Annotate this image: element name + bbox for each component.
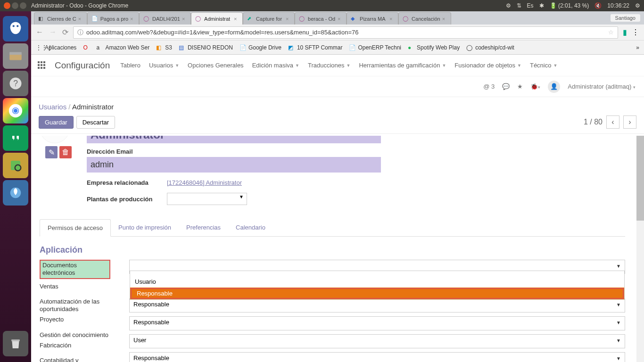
menu-gamification[interactable]: Herramientas de gamificación▼ xyxy=(359,62,446,69)
session-icon[interactable]: ⚙ xyxy=(635,2,640,9)
nav-back-icon[interactable]: ← xyxy=(36,28,43,37)
bookmark-item[interactable]: ◧S3 xyxy=(156,44,172,51)
nav-forward-icon[interactable]: → xyxy=(49,28,57,37)
menu-edicion[interactable]: Edición masiva▼ xyxy=(252,62,299,69)
chrome-profile-chip[interactable]: Santiago xyxy=(611,14,640,22)
bookmark-item[interactable]: 📄Google Drive xyxy=(239,44,281,51)
window-close-button[interactable] xyxy=(4,2,10,9)
launcher-trash-icon[interactable] xyxy=(3,331,28,356)
browser-tab[interactable]: ◆Pizarra MA× xyxy=(347,12,398,25)
messages-count[interactable]: @ 3 xyxy=(483,83,495,90)
tab-close-icon[interactable]: × xyxy=(442,16,447,22)
launcher-files-icon[interactable] xyxy=(3,43,28,69)
window-minimize-button[interactable] xyxy=(12,2,18,9)
menu-opciones[interactable]: Opciones Generales xyxy=(188,62,244,69)
menu-tablero[interactable]: Tablero xyxy=(120,62,140,69)
url-input[interactable]: ⓘ odoo.aditmaq.com/web?&debug=#id=1&view… xyxy=(73,26,618,39)
chrome-menu-icon[interactable]: ⋮ xyxy=(632,28,639,37)
launcher-hangouts-icon[interactable] xyxy=(3,125,28,151)
clock[interactable]: 10:36:22 xyxy=(607,2,629,9)
perm-select-proyecto[interactable]: Responsable xyxy=(129,316,625,330)
bookmark-item[interactable]: ◯codeship/cd-wit xyxy=(466,44,514,51)
user-avatar-icon[interactable]: 👤 xyxy=(548,81,560,93)
plant-select[interactable]: ▼ xyxy=(167,193,247,205)
dropdown-option[interactable]: Usuario xyxy=(130,276,624,288)
save-button[interactable]: Guardar xyxy=(39,116,74,129)
menu-tecnico[interactable]: Técnico▼ xyxy=(530,62,557,69)
tab-close-icon[interactable]: × xyxy=(389,16,394,22)
chat-icon[interactable]: 💬 xyxy=(502,83,510,90)
browser-tab-active[interactable]: ◯Administrat× xyxy=(191,12,243,25)
launcher-chrome-icon[interactable] xyxy=(3,98,28,123)
tab-close-icon[interactable]: × xyxy=(338,16,342,22)
bookmark-item[interactable]: ●Spotify Web Play xyxy=(408,44,460,51)
bookmark-item[interactable]: ◩10 SFTP Commar xyxy=(288,44,342,51)
bookmark-overflow-icon[interactable]: » xyxy=(636,44,639,51)
volume-icon[interactable]: 🔇 xyxy=(594,2,602,9)
pager-next-button[interactable]: › xyxy=(623,115,636,129)
browser-tab[interactable]: ◧Cierres de C× xyxy=(34,12,87,25)
tab-close-icon[interactable]: × xyxy=(130,16,135,22)
record-avatar xyxy=(40,136,70,143)
menu-usuarios[interactable]: Usuarios▼ xyxy=(149,62,179,69)
launcher-tool-icon[interactable] xyxy=(3,153,28,178)
menu-traducciones[interactable]: Traducciones▼ xyxy=(308,62,350,69)
star-icon[interactable]: ★ xyxy=(517,83,523,90)
discard-button[interactable]: Descartar xyxy=(76,116,115,129)
site-info-icon[interactable]: ⓘ xyxy=(77,28,83,37)
launcher-postgres-icon[interactable] xyxy=(3,16,28,41)
bookmark-item[interactable]: O xyxy=(83,44,90,51)
launcher-help-icon[interactable]: ? xyxy=(3,71,28,96)
window-maximize-button[interactable] xyxy=(20,2,26,9)
tab-close-icon[interactable]: × xyxy=(286,16,290,22)
dropdown-option[interactable] xyxy=(130,271,624,276)
scrollbar[interactable] xyxy=(636,136,644,362)
perm-select-conocimiento[interactable]: User xyxy=(129,334,625,348)
keyboard-layout[interactable]: Es xyxy=(527,2,534,9)
perm-select-documentos[interactable]: Usuario Responsable xyxy=(129,260,625,274)
browser-tab[interactable]: ⬈Capture for× xyxy=(243,12,295,25)
form-body: ✎ 🗑 Dirección Email Empresa relacionada … xyxy=(31,136,634,362)
browser-tab[interactable]: 📄Pagos a pro× xyxy=(87,12,139,25)
perm-select-fabricacion[interactable]: Responsable xyxy=(129,352,625,362)
window-controls xyxy=(4,2,26,9)
tab-impresion[interactable]: Punto de impresión xyxy=(111,219,179,236)
odoo-apps-icon[interactable] xyxy=(38,61,46,70)
browser-tab[interactable]: ◯beraca - Od× xyxy=(295,12,347,25)
tab-close-icon[interactable]: × xyxy=(234,16,239,22)
pager-prev-button[interactable]: ‹ xyxy=(606,115,619,129)
avatar-edit-button[interactable]: ✎ xyxy=(45,146,58,158)
company-link[interactable]: [1722468046] Administrator xyxy=(167,179,242,186)
bluetooth-icon[interactable]: ✱ xyxy=(539,2,544,9)
star-icon[interactable]: ☆ xyxy=(608,29,614,36)
nav-reload-icon[interactable]: ⟳ xyxy=(62,28,68,37)
bookmark-item[interactable]: aAmazon Web Ser xyxy=(96,44,149,51)
username-label[interactable]: Administrator (aditmaq) ▾ xyxy=(568,83,636,90)
bookmark-item[interactable]: 📄OpenERP Techni xyxy=(349,44,401,51)
battery-indicator[interactable]: 🔋 (2:01, 43 %) xyxy=(550,2,589,9)
gear-icon[interactable]: ⚙ xyxy=(506,2,511,9)
avatar-delete-button[interactable]: 🗑 xyxy=(59,146,72,158)
email-input[interactable] xyxy=(87,157,381,173)
browser-tab[interactable]: ◯DADLH/201× xyxy=(139,12,191,25)
tab-preferencias[interactable]: Preferencias xyxy=(179,219,228,236)
debug-icon[interactable]: 🐞▾ xyxy=(530,83,540,90)
perm-select-ventas[interactable]: Responsable xyxy=(129,298,625,313)
menu-fusionador[interactable]: Fusionador de objetos▼ xyxy=(454,62,521,69)
breadcrumb-root[interactable]: Usuarios xyxy=(39,103,66,111)
name-input[interactable] xyxy=(87,136,381,143)
network-icon[interactable]: ⇅ xyxy=(517,2,521,9)
browser-tab[interactable]: ◯Cancelación× xyxy=(398,12,451,25)
tab-close-icon[interactable]: × xyxy=(78,16,83,22)
svg-rect-3 xyxy=(9,52,22,55)
extension-icon[interactable]: ▮ xyxy=(623,28,627,37)
tab-close-icon[interactable]: × xyxy=(182,16,187,22)
tab-permisos[interactable]: Permisos de acceso xyxy=(40,219,111,237)
apps-shortcut[interactable]: ⋮⋮⋮Aplicaciones xyxy=(36,44,76,51)
odoo-favicon-icon: ◯ xyxy=(143,16,150,22)
tab-calendario[interactable]: Calendario xyxy=(228,219,273,236)
bookmark-item[interactable]: ▤DISENIO REDON xyxy=(179,44,233,51)
launcher-app-icon[interactable] xyxy=(3,180,28,206)
scrollbar-thumb[interactable] xyxy=(636,136,644,221)
dropdown-option-selected[interactable]: Responsable xyxy=(130,288,624,299)
